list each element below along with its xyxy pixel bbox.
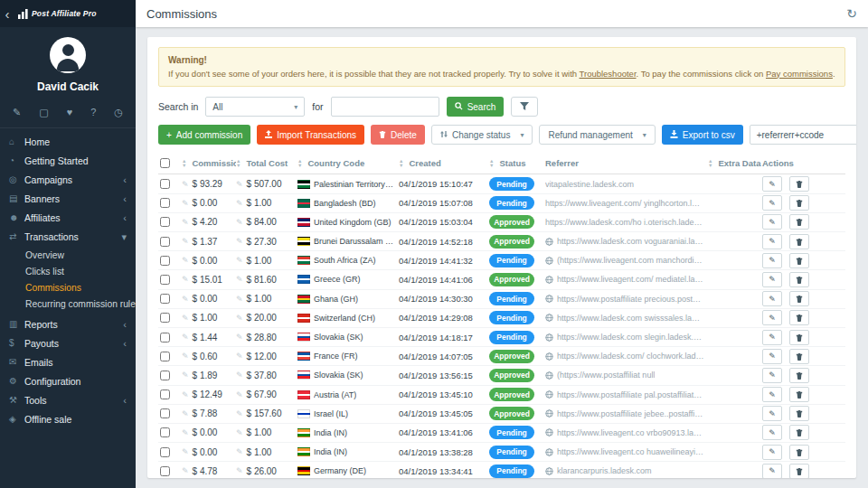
edit-row-button[interactable]: ✎ (762, 310, 782, 325)
delete-row-button[interactable] (789, 330, 809, 345)
row-checkbox[interactable] (160, 294, 170, 304)
delete-row-button[interactable] (789, 387, 809, 402)
edit-inline-icon[interactable]: ✎ (236, 314, 243, 323)
edit-inline-icon[interactable]: ✎ (182, 314, 189, 323)
delete-row-button[interactable] (789, 234, 809, 249)
edit-inline-icon[interactable]: ✎ (236, 237, 243, 246)
pencil-icon[interactable]: ✎ (13, 107, 21, 118)
edit-inline-icon[interactable]: ✎ (182, 466, 189, 475)
delete-row-button[interactable] (789, 368, 809, 383)
row-checkbox[interactable] (160, 275, 170, 285)
edit-row-button[interactable]: ✎ (762, 214, 782, 230)
edit-inline-icon[interactable]: ✎ (182, 333, 189, 342)
sidebar-item-tools[interactable]: ⚒Tools‹ (0, 390, 136, 409)
troubleshooter-link[interactable]: Troubleshooter (580, 69, 637, 79)
search-input[interactable] (331, 97, 439, 117)
select-all-checkbox[interactable] (160, 158, 170, 168)
referrer-link[interactable]: (https://www.liveagent.com manchordimula… (557, 256, 704, 265)
edit-inline-icon[interactable]: ✎ (236, 275, 243, 284)
edit-row-button[interactable]: ✎ (762, 291, 782, 306)
referrer-link[interactable]: https://www.liveagent.co vrbo90913.lades… (557, 428, 704, 437)
edit-inline-icon[interactable]: ✎ (182, 428, 189, 437)
edit-inline-icon[interactable]: ✎ (182, 352, 189, 361)
referrer-link[interactable]: https://www.ladesk.com swisssales.ladesk… (557, 314, 704, 323)
row-checkbox[interactable] (160, 313, 170, 323)
edit-inline-icon[interactable]: ✎ (182, 371, 189, 380)
edit-inline-icon[interactable]: ✎ (182, 180, 189, 189)
edit-inline-icon[interactable]: ✎ (236, 466, 243, 475)
edit-inline-icon[interactable]: ✎ (182, 275, 189, 284)
delete-row-button[interactable] (789, 195, 809, 211)
row-checkbox[interactable] (160, 371, 170, 380)
sidebar-subitem-overview[interactable]: Overview (0, 247, 136, 263)
delete-row-button[interactable] (789, 349, 809, 364)
edit-inline-icon[interactable]: ✎ (182, 256, 189, 265)
referrer-link[interactable]: https://www.ladesk.com voguaraniai.lades… (557, 237, 704, 246)
column-header-created[interactable]: ▲▼Created (399, 158, 489, 168)
column-header-country-code[interactable]: ▲▼Country Code (297, 158, 399, 168)
edit-row-button[interactable]: ✎ (762, 253, 782, 268)
edit-inline-icon[interactable]: ✎ (236, 352, 243, 361)
columns-preset-select[interactable]: +referrerr+ccode ▾ (750, 125, 856, 145)
row-checkbox[interactable] (160, 447, 170, 457)
edit-inline-icon[interactable]: ✎ (236, 333, 243, 342)
import-transactions-button[interactable]: Import Transactions (257, 125, 364, 145)
row-checkbox[interactable] (160, 217, 170, 227)
monitor-icon[interactable]: ▢ (39, 107, 48, 118)
column-header-extra-data-4[interactable]: ▲▼Extra Data 4 (708, 158, 762, 168)
edit-inline-icon[interactable]: ✎ (236, 199, 243, 208)
referrer-link[interactable]: https://www.liveagent.com/ yinglhcorton.… (545, 199, 704, 208)
sidebar-item-banners[interactable]: ▤Banners‹ (0, 189, 136, 208)
sidebar-subitem-commissions[interactable]: Commissions (0, 279, 136, 296)
sidebar-item-home[interactable]: ⌂Home (0, 132, 136, 151)
row-checkbox[interactable] (160, 408, 170, 418)
edit-inline-icon[interactable]: ✎ (182, 409, 189, 418)
edit-inline-icon[interactable]: ✎ (182, 295, 189, 304)
pay-commissions-link[interactable]: Pay commissions (766, 69, 833, 79)
row-checkbox[interactable] (160, 352, 170, 361)
filter-button[interactable] (511, 97, 538, 117)
search-button[interactable]: Search (447, 97, 505, 117)
column-header-commission[interactable]: ▲▼Commission (182, 158, 236, 168)
edit-row-button[interactable]: ✎ (762, 195, 782, 211)
sidebar-item-emails[interactable]: ✉Emails (0, 352, 136, 371)
delete-row-button[interactable] (789, 253, 809, 268)
edit-inline-icon[interactable]: ✎ (236, 409, 243, 418)
delete-row-button[interactable] (789, 214, 809, 230)
sidebar-item-transactions[interactable]: ⇄Transactions▾ (0, 227, 136, 246)
refund-management-dropdown[interactable]: Refund management ▾ (539, 125, 655, 145)
sidebar-item-reports[interactable]: ▥Reports‹ (0, 314, 136, 333)
row-checkbox[interactable] (160, 256, 170, 266)
change-status-dropdown[interactable]: Change status ▾ (431, 125, 533, 145)
edit-row-button[interactable]: ✎ (762, 234, 782, 249)
delete-row-button[interactable] (789, 464, 809, 478)
referrer-link[interactable]: https://www.liveagent.com/ mediatel.lade… (557, 275, 704, 284)
delete-row-button[interactable] (789, 445, 809, 460)
edit-inline-icon[interactable]: ✎ (236, 295, 243, 304)
delete-row-button[interactable] (789, 406, 809, 421)
referrer-link[interactable]: https://www.postaffiliate pal.postaffili… (557, 390, 704, 399)
delete-row-button[interactable] (789, 291, 809, 306)
help-icon[interactable]: ? (90, 107, 96, 118)
edit-inline-icon[interactable]: ✎ (236, 256, 243, 265)
referrer-link[interactable]: https://www.ladesk.com/ clochwork.ladesk… (557, 352, 704, 361)
edit-inline-icon[interactable]: ✎ (182, 447, 189, 456)
edit-row-button[interactable]: ✎ (762, 349, 782, 364)
edit-row-button[interactable]: ✎ (762, 176, 782, 192)
referrer-link[interactable]: (https://www.postaffiliat null (557, 371, 655, 380)
heart-icon[interactable]: ♥ (67, 107, 73, 118)
add-commission-button[interactable]: + Add commission (158, 125, 250, 145)
refresh-icon[interactable]: ↻ (846, 6, 857, 21)
column-header-total-cost[interactable]: ▲▼Total Cost (236, 158, 297, 168)
delete-row-button[interactable] (789, 310, 809, 325)
edit-inline-icon[interactable]: ✎ (236, 428, 243, 437)
sidebar-item-configuration[interactable]: ⚙Configuration (0, 371, 136, 390)
sidebar-item-payouts[interactable]: $Payouts‹ (0, 333, 136, 352)
edit-inline-icon[interactable]: ✎ (182, 199, 189, 208)
collapse-sidebar-chevron-icon[interactable]: ‹ (0, 6, 14, 22)
edit-row-button[interactable]: ✎ (762, 406, 782, 421)
export-csv-button[interactable]: Export to csv (662, 125, 743, 145)
row-checkbox[interactable] (160, 389, 170, 399)
sidebar-item-offline-sale[interactable]: ◈Offline sale (0, 409, 136, 428)
edit-row-button[interactable]: ✎ (762, 464, 782, 478)
